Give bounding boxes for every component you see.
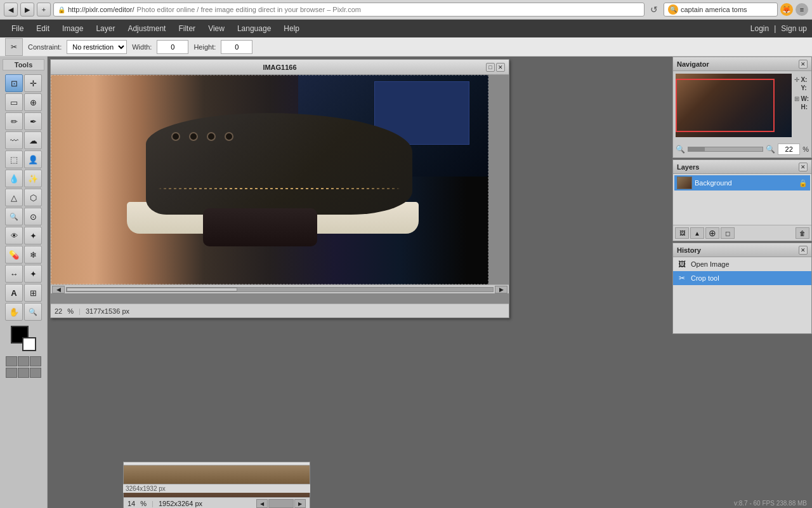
preset-2[interactable]: [18, 356, 29, 366]
fx-tool[interactable]: ✦: [24, 265, 42, 283]
navigator-titlebar: Navigator ✕: [673, 57, 811, 71]
tool-row-3: ✏ ✒: [5, 112, 42, 130]
background-color[interactable]: [22, 337, 36, 351]
tool-row-6: 💧 ✨: [5, 170, 42, 187]
gradient-tool[interactable]: 💧: [5, 170, 23, 187]
transform-tool[interactable]: ❄: [24, 246, 42, 264]
text-tool[interactable]: A: [5, 284, 23, 302]
zoom-out-icon[interactable]: 🔍: [676, 145, 685, 154]
menu-adjustment[interactable]: Adjustment: [121, 20, 172, 37]
preset-1[interactable]: [6, 356, 17, 366]
menu-edit[interactable]: Edit: [30, 20, 56, 37]
crop-tool-active[interactable]: ✂: [5, 38, 23, 56]
url-bar[interactable]: 🔒 http://pixlr.com/editor/ Photo editor …: [53, 3, 645, 17]
scroll-thumb[interactable]: [67, 288, 237, 291]
second-divider: |: [152, 500, 154, 507]
clone-tool[interactable]: ☁: [24, 131, 42, 149]
warp-tool[interactable]: ↔: [5, 265, 23, 283]
pencil-tool[interactable]: ✏: [5, 112, 23, 130]
move-tool[interactable]: ✛: [24, 74, 42, 92]
browser-menu-icon[interactable]: ≡: [796, 3, 808, 16]
refresh-button[interactable]: ↺: [647, 3, 661, 17]
shape-tool[interactable]: 👤: [24, 150, 42, 168]
forward-button[interactable]: ▶: [20, 3, 34, 17]
second-scroll-thumb[interactable]: [268, 499, 294, 508]
fill-tool[interactable]: ⬚: [5, 150, 23, 168]
sharpen-tool[interactable]: ⬡: [24, 189, 42, 206]
back-button[interactable]: ◀: [4, 3, 18, 17]
dodge-tool[interactable]: △: [5, 189, 23, 206]
eyelet-3: [207, 132, 216, 141]
eraser-tool[interactable]: ✨: [24, 170, 42, 187]
menu-filter[interactable]: Filter: [172, 20, 202, 37]
stamp-tool[interactable]: 💊: [5, 246, 23, 264]
color-swatch[interactable]: [11, 326, 36, 351]
second-scroll-left[interactable]: ◀: [256, 499, 268, 508]
lasso-tool[interactable]: ⊕: [24, 93, 42, 111]
layer-up-btn[interactable]: ▲: [690, 227, 704, 239]
preset-6[interactable]: [30, 368, 41, 378]
nav-h-row: ⊞ H:: [794, 104, 809, 110]
eyedropper-tool[interactable]: ⊙: [24, 208, 42, 225]
scroll-track[interactable]: [66, 287, 494, 292]
h-scrollbar[interactable]: ◀ ▶: [51, 284, 509, 293]
doc-dimensions: 3177x1536 px: [86, 307, 129, 315]
layer-add-btn[interactable]: ⊕: [705, 227, 719, 239]
signup-link[interactable]: Sign up: [781, 24, 807, 33]
zoom-input[interactable]: [778, 144, 800, 155]
preset-3[interactable]: [30, 356, 41, 366]
tools-panel: Tools ⊡ ✛ ▭ ⊕ ✏ ✒ 〰 ☁ ⬚ 👤 💧 ✨ △ ⬡: [0, 57, 48, 508]
width-input[interactable]: [157, 40, 188, 54]
layers-close[interactable]: ✕: [799, 163, 808, 171]
zoom2-tool[interactable]: 🔍: [24, 303, 42, 321]
layer-item-background[interactable]: Background 🔒: [674, 175, 810, 190]
search-bar[interactable]: 🔍 captain america toms: [664, 3, 778, 17]
menu-language[interactable]: Language: [231, 20, 277, 37]
menu-view[interactable]: View: [202, 20, 231, 37]
layer-menu-btn[interactable]: 🖼: [675, 227, 689, 239]
brush-tool[interactable]: ✒: [24, 112, 42, 130]
login-link[interactable]: Login: [750, 24, 769, 33]
menu-help[interactable]: Help: [277, 20, 306, 37]
layer-duplicate-btn[interactable]: ◻: [721, 227, 735, 239]
scroll-left-btn[interactable]: ◀: [52, 286, 65, 293]
doc-close[interactable]: ✕: [496, 63, 505, 72]
nav-y-label: Y:: [801, 84, 806, 91]
preset-5[interactable]: [18, 368, 29, 378]
scroll-right-btn[interactable]: ▶: [495, 286, 508, 293]
layer-delete-btn[interactable]: 🗑: [796, 227, 809, 239]
tool-row-9: 👁 ✦: [5, 227, 42, 244]
marquee-tool[interactable]: ▭: [5, 93, 23, 111]
menu-image[interactable]: Image: [56, 20, 89, 37]
browser-icon[interactable]: 🦊: [780, 3, 793, 16]
menu-file[interactable]: File: [5, 20, 30, 37]
zoom-tool[interactable]: 🔍: [5, 208, 23, 225]
canvas-image[interactable]: [51, 75, 488, 284]
zoom-slider[interactable]: [688, 147, 763, 152]
doc-minimize[interactable]: □: [486, 63, 495, 72]
smudge-tool[interactable]: 〰: [5, 131, 23, 149]
select-tool[interactable]: ⊡: [5, 74, 23, 92]
hand-tool[interactable]: ✋: [5, 303, 23, 321]
navigator-close[interactable]: ✕: [799, 60, 808, 69]
zoom-in-icon[interactable]: 🔍: [766, 145, 775, 154]
doc-title: IMAG1166: [74, 64, 486, 71]
spot-heal-tool[interactable]: ✦: [24, 227, 42, 244]
navigator-content: ✛ X: ✛ Y: ⊞ W: ⊞ H:: [673, 71, 811, 157]
history-close[interactable]: ✕: [799, 246, 808, 255]
url-text: http://pixlr.com/editor/: [68, 6, 134, 13]
preset-4[interactable]: [6, 368, 17, 378]
add-tab-button[interactable]: +: [37, 3, 51, 17]
constraint-select[interactable]: No restriction: [67, 40, 127, 54]
second-scroll-right[interactable]: ▶: [294, 499, 306, 508]
history-item-crop-tool[interactable]: ✂ Crop tool: [673, 271, 811, 285]
tool-row-11: ↔ ✦: [5, 265, 42, 283]
zoom-pct: %: [67, 307, 74, 315]
height-input[interactable]: [221, 40, 252, 54]
eyelet-4: [225, 132, 233, 141]
menu-layer[interactable]: Layer: [89, 20, 121, 37]
red-eye-tool[interactable]: 👁: [5, 227, 23, 244]
nav-x-label: X:: [801, 76, 807, 83]
history-item-open-image[interactable]: 🖼 Open Image: [673, 257, 811, 271]
crop-tool[interactable]: ⊞: [24, 284, 42, 302]
